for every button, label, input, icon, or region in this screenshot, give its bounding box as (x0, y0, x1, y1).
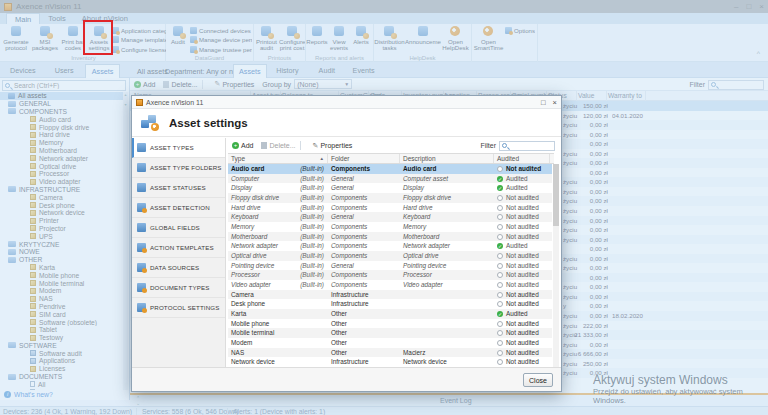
properties-button[interactable]: Properties (320, 142, 352, 149)
asset-type-row[interactable]: Network adapter(Built-in)ComponentsNetwo… (228, 241, 552, 251)
dialog-nav-label: DOCUMENT TYPES (150, 284, 210, 291)
description-cell (400, 328, 494, 338)
not-audited-radio-icon (497, 272, 503, 278)
builtin-tag: (Built-in) (300, 280, 328, 290)
dialog-main: + Add Delete... ✎ Properties Filter Type… (226, 138, 561, 367)
delete-button[interactable]: Delete... (269, 142, 295, 149)
asset-type-row[interactable]: Floppy disk drive(Built-in)ComponentsFlo… (228, 193, 552, 203)
maximize-icon[interactable]: □ (541, 96, 546, 109)
dialog-heading: Asset settings (169, 117, 248, 129)
asset-type-row[interactable]: Audio card(Built-in)ComponentsAudio card… (228, 164, 552, 174)
add-button[interactable]: Add (241, 142, 253, 149)
audited-label: Not audited (506, 251, 539, 261)
type-name: Network adapter (231, 241, 278, 251)
asset-type-row[interactable]: CameraInfrastructureNot audited (228, 290, 552, 300)
close-icon[interactable]: × (553, 96, 557, 109)
filter-label: Filter (480, 142, 496, 149)
asset-type-row[interactable]: KartaOther✓Audited (228, 309, 552, 319)
asset-type-row[interactable]: Optical drive(Built-in)ComponentsOptical… (228, 251, 552, 261)
asset-type-row[interactable]: Motherboard(Built-in)ComponentsMotherboa… (228, 232, 552, 242)
type-name: Keyboard (231, 212, 258, 222)
not-audited-radio-icon (497, 330, 503, 336)
asset-type-row[interactable]: Memory(Built-in)ComponentsMemoryNot audi… (228, 222, 552, 232)
type-cell: Camera (228, 290, 328, 300)
dialog-scrollbar[interactable] (553, 164, 559, 367)
builtin-tag: (Built-in) (300, 183, 328, 193)
audited-label: Not audited (506, 299, 539, 309)
dialog-column-header-type[interactable]: Type▲ (228, 154, 328, 163)
audited-cell: Not audited (494, 280, 550, 290)
dialog-nav-document-types[interactable]: DOCUMENT TYPES (132, 278, 225, 298)
type-name: Memory (231, 222, 254, 232)
action-templates-icon (137, 243, 146, 252)
folder-cell: Infrastructure (328, 357, 400, 367)
audited-cell: Not audited (494, 319, 550, 329)
dialog-nav-asset-statuses[interactable]: ASSET STATUSES (132, 178, 225, 198)
dialog-table-rows: Audio card(Built-in)ComponentsAudio card… (228, 164, 552, 367)
search-icon (502, 143, 507, 148)
dialog-nav-data-sources[interactable]: DATA SOURCES (132, 258, 225, 278)
description-cell: Video adapter (400, 280, 494, 290)
dialog-column-header-folder[interactable]: Folder (328, 154, 400, 163)
dialog-nav-global-fields[interactable]: GLOBAL FIELDS (132, 218, 225, 238)
type-name: Desk phone (231, 299, 265, 309)
asset-settings-dialog: Axence nVision 11 □ × Asset settings ASS… (131, 95, 562, 392)
type-cell: Hard drive(Built-in) (228, 203, 328, 213)
dialog-nav-action-templates[interactable]: ACTION TEMPLATES (132, 238, 225, 258)
asset-type-row[interactable]: Processor(Built-in)ComponentsProcessorNo… (228, 270, 552, 280)
dialog-nav-label: PROTOCOL SETTINGS (150, 304, 220, 311)
not-audited-radio-icon (497, 282, 503, 288)
not-audited-radio-icon (497, 263, 503, 269)
scrollbar-thumb[interactable] (553, 164, 559, 226)
data-sources-icon (137, 263, 146, 272)
asset-type-row[interactable]: Pointing device(Built-in)GeneralPointing… (228, 261, 552, 271)
audited-cell: Not audited (494, 203, 550, 213)
asset-type-row[interactable]: Computer(Built-in)GeneralComputer asset✓… (228, 174, 552, 184)
type-cell: Audio card(Built-in) (228, 164, 328, 174)
properties-icon: ✎ (313, 142, 319, 150)
asset-type-row[interactable]: Video adapter(Built-in)ComponentsVideo a… (228, 280, 552, 290)
asset-type-row[interactable]: Desk phoneInfrastructureNot audited (228, 299, 552, 309)
asset-type-row[interactable]: NASOtherMacierzNot audited (228, 348, 552, 358)
asset-type-row[interactable]: Mobile phoneOtherNot audited (228, 319, 552, 329)
builtin-tag: (Built-in) (300, 232, 328, 242)
asset-type-row[interactable]: Hard drive(Built-in)ComponentsHard drive… (228, 203, 552, 213)
builtin-tag: (Built-in) (300, 212, 328, 222)
not-audited-radio-icon (497, 321, 503, 327)
folder-cell: Components (328, 193, 400, 203)
folder-cell: Other (328, 338, 400, 348)
app-icon (136, 99, 143, 106)
asset-type-row[interactable]: Mobile terminalOtherNot audited (228, 328, 552, 338)
folder-cell: Components (328, 164, 400, 174)
dialog-column-header-description[interactable]: Description (400, 154, 494, 163)
not-audited-radio-icon (497, 350, 503, 356)
audited-label: Audited (506, 309, 528, 319)
dialog-column-header-audited[interactable]: Audited (494, 154, 550, 163)
builtin-tag: (Built-in) (300, 222, 328, 232)
asset-type-row[interactable]: Display(Built-in)GeneralDisplay✓Audited (228, 183, 552, 193)
dialog-nav: ASSET TYPESASSET TYPE FOLDERSASSET STATU… (132, 138, 226, 367)
dialog-table-header: Type▲FolderDescriptionAudited (228, 153, 554, 164)
close-button[interactable]: Close (523, 373, 553, 387)
audited-label: Not audited (506, 232, 539, 242)
dialog-toolbar: + Add Delete... ✎ Properties Filter (226, 138, 561, 153)
not-audited-radio-icon (497, 253, 503, 259)
folder-cell: Components (328, 203, 400, 213)
type-cell: Modem (228, 338, 328, 348)
dialog-nav-protocol-settings[interactable]: PROTOCOL SETTINGS (132, 298, 225, 318)
not-audited-radio-icon (497, 214, 503, 220)
asset-type-row[interactable]: ModemOtherNot audited (228, 338, 552, 348)
dialog-controls: □ × (541, 96, 557, 109)
dialog-nav-asset-types[interactable]: ASSET TYPES (132, 138, 225, 158)
filter-input[interactable] (499, 141, 555, 151)
folder-cell: Components (328, 232, 400, 242)
not-audited-radio-icon (497, 166, 503, 172)
dialog-nav-asset-detection[interactable]: ASSET DETECTION (132, 198, 225, 218)
dialog-nav-asset-type-folders[interactable]: ASSET TYPE FOLDERS (132, 158, 225, 178)
type-name: Display (231, 183, 252, 193)
folder-cell: Components (328, 251, 400, 261)
asset-type-row[interactable]: Keyboard(Built-in)GeneralKeyboardNot aud… (228, 212, 552, 222)
asset-type-row[interactable]: Network deviceInfrastructureNetwork devi… (228, 357, 552, 367)
folder-cell: Other (328, 319, 400, 329)
description-cell: Memory (400, 222, 494, 232)
